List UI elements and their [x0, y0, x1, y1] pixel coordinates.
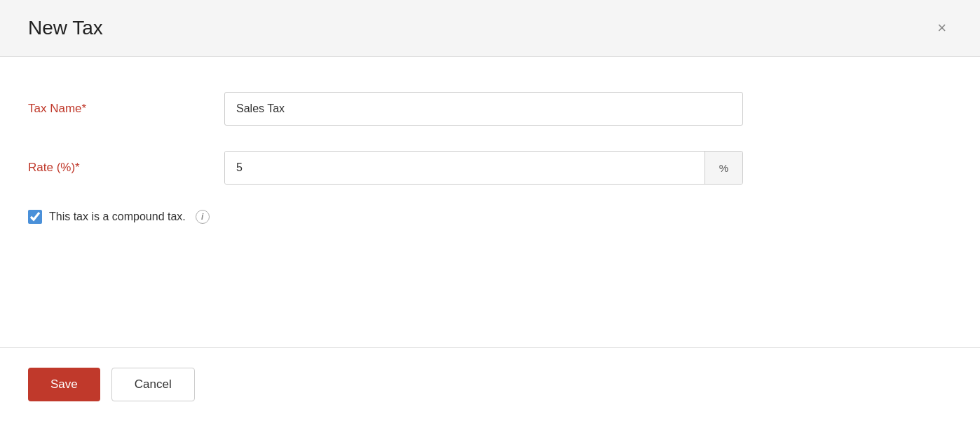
tax-name-input-wrapper	[224, 92, 743, 126]
rate-addon: %	[705, 152, 742, 184]
rate-label: Rate (%)*	[28, 161, 224, 175]
close-button[interactable]: ×	[932, 18, 952, 39]
new-tax-modal: New Tax × Tax Name* Rate (%)* % This tax…	[0, 0, 980, 421]
modal-body: Tax Name* Rate (%)* % This tax is a comp…	[0, 57, 980, 347]
tax-name-input[interactable]	[224, 92, 743, 126]
modal-footer: Save Cancel	[0, 347, 980, 421]
compound-tax-row: This tax is a compound tax. i	[28, 210, 952, 224]
compound-tax-label: This tax is a compound tax.	[49, 210, 186, 223]
rate-input-wrapper: %	[224, 151, 743, 185]
cancel-button[interactable]: Cancel	[111, 368, 195, 401]
rate-row: Rate (%)* %	[28, 151, 952, 185]
info-icon[interactable]: i	[196, 210, 210, 224]
save-button[interactable]: Save	[28, 368, 100, 401]
rate-input[interactable]	[225, 152, 705, 184]
compound-tax-checkbox[interactable]	[28, 210, 42, 224]
modal-title: New Tax	[28, 17, 103, 39]
tax-name-label: Tax Name*	[28, 102, 224, 116]
modal-header: New Tax ×	[0, 0, 980, 57]
tax-name-row: Tax Name*	[28, 92, 952, 126]
rate-input-group: %	[224, 151, 743, 185]
